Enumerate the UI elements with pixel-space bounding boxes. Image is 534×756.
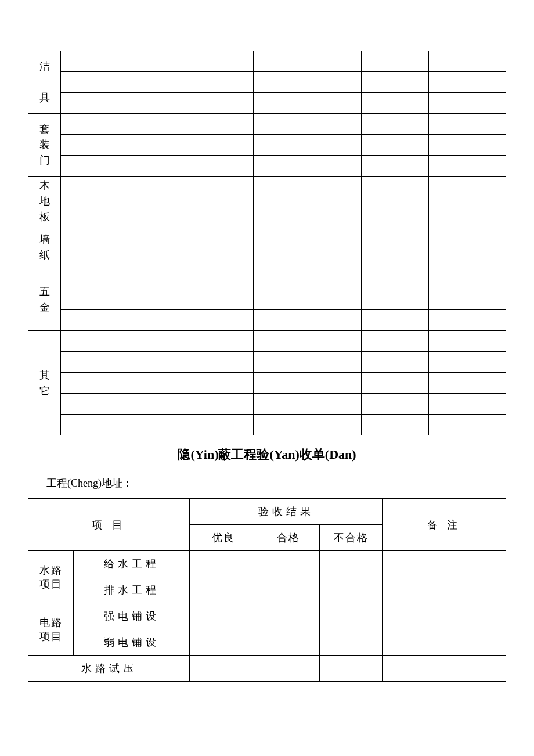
table-row (28, 156, 506, 177)
row-label: 墙纸 (28, 226, 61, 268)
table-row: 五金 (28, 268, 506, 289)
table-row (28, 93, 506, 114)
table-row: 木地板 (28, 177, 506, 201)
table-row: 洁 具 (28, 51, 506, 72)
item-label: 弱电铺设 (74, 629, 190, 656)
table-row: 其它 (28, 331, 506, 352)
group-label: 电路项目 (28, 603, 74, 656)
table-row (28, 289, 506, 310)
table-row: 套装门 (28, 114, 506, 135)
materials-table: 洁 具 套装门 木地板 墙纸 五金 其它 (28, 51, 506, 435)
col-project: 项 目 (28, 499, 190, 551)
row-label: 套装门 (28, 114, 61, 177)
row-label: 其它 (28, 331, 61, 435)
row-label: 五金 (28, 268, 61, 331)
table-row: 墙纸 (28, 226, 506, 247)
col-excellent: 优良 (190, 525, 257, 551)
table-row: 水路试压 (28, 656, 506, 682)
table-row: 项 目 验收结果 备 注 (28, 499, 506, 525)
col-qualified: 合格 (257, 525, 320, 551)
item-label: 强电铺设 (74, 603, 190, 629)
row-label: 木地板 (28, 177, 61, 226)
table-row (28, 373, 506, 394)
row-label: 洁 具 (28, 51, 61, 114)
item-label: 给水工程 (74, 551, 190, 577)
group-label: 水路项目 (28, 551, 74, 603)
table-row: 排水工程 (28, 577, 506, 603)
acceptance-table: 项 目 验收结果 备 注 优良 合格 不合格 水路项目 给水工程 排水工程 电路… (28, 498, 506, 682)
section-title: 隐(Yin)蔽工程验(Yan)收单(Dan) (28, 446, 506, 463)
col-note: 备 注 (383, 499, 506, 551)
col-unqualified: 不合格 (320, 525, 383, 551)
item-label: 排水工程 (74, 577, 190, 603)
table-row (28, 394, 506, 415)
table-row (28, 415, 506, 435)
table-row (28, 72, 506, 93)
table-row: 弱电铺设 (28, 629, 506, 656)
table-row: 电路项目 强电铺设 (28, 603, 506, 629)
table-row (28, 201, 506, 226)
address-label: 工程(Cheng)地址： (46, 476, 506, 490)
col-result: 验收结果 (190, 499, 383, 525)
item-label: 水路试压 (28, 656, 190, 682)
table-row (28, 247, 506, 268)
table-row (28, 310, 506, 331)
table-row (28, 135, 506, 156)
table-row: 水路项目 给水工程 (28, 551, 506, 577)
table-row (28, 352, 506, 373)
